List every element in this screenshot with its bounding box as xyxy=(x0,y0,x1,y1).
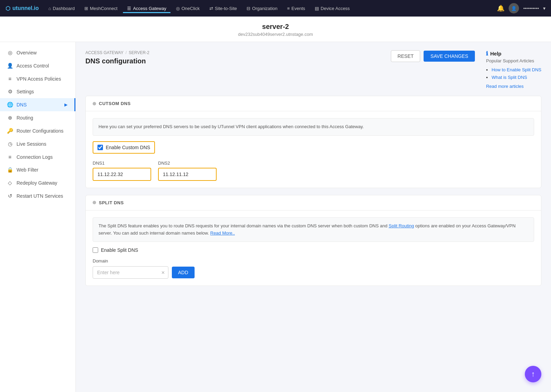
breadcrumb-current: SERVER-2 xyxy=(129,50,149,55)
domain-input-wrapper: ✕ xyxy=(93,266,168,279)
nav-item-device-access[interactable]: ▤ Device Access xyxy=(311,4,354,13)
router-config-icon: 🔑 xyxy=(7,128,13,134)
sidebar-label-access-control: Access Control xyxy=(17,63,49,69)
custom-dns-section: CUTSOM DNS Here you can set your preferr… xyxy=(85,96,541,188)
dns1-input[interactable] xyxy=(93,168,151,181)
nav-item-oneclick[interactable]: ◎ OneClick xyxy=(172,4,204,13)
split-dns-section: SPLIT DNS The Split DNS feature enables … xyxy=(85,195,541,286)
sidebar-item-live-sessions[interactable]: ◷ Live Sessions xyxy=(0,137,75,151)
split-dns-body: The Split DNS feature enables you to rou… xyxy=(86,210,541,286)
save-changes-button[interactable]: SAVE CHANGES xyxy=(424,51,475,62)
device-access-icon: ▤ xyxy=(315,6,319,11)
overview-icon: ◎ xyxy=(7,50,13,56)
avatar[interactable]: 👤 xyxy=(509,3,519,13)
username-label[interactable]: •••••••••• xyxy=(523,6,539,11)
avatar-icon: 👤 xyxy=(511,6,517,11)
sidebar-item-settings[interactable]: ⚙ Settings xyxy=(0,85,75,98)
sidebar-label-restart-utn-services: Restart UTN Services xyxy=(17,193,63,199)
sidebar-item-vpn-access-policies[interactable]: ≡ VPN Access Policies xyxy=(0,72,75,85)
access-gateway-icon: ☰ xyxy=(127,6,131,11)
help-link-split-dns[interactable]: How to Enable Split DNS xyxy=(491,67,541,72)
dns-fields: DNS1 DNS2 xyxy=(93,161,534,181)
help-link-what-is-split-dns[interactable]: What is Split DNS xyxy=(491,75,527,80)
split-dns-info: The Split DNS feature enables you to rou… xyxy=(93,217,534,242)
custom-dns-title: CUTSOM DNS xyxy=(99,101,131,106)
enable-split-dns-label[interactable]: Enable Split DNS xyxy=(101,247,138,253)
nav-dashboard[interactable]: ⌂ Dashboard xyxy=(44,4,79,13)
redeploy-icon: ◇ xyxy=(7,180,13,186)
home-icon: ⌂ xyxy=(48,6,51,11)
sidebar-item-connection-logs[interactable]: ≡ Connection Logs xyxy=(0,151,75,163)
breadcrumb-separator: / xyxy=(125,50,126,55)
custom-dns-body: Here you can set your preferred DNS serv… xyxy=(86,111,541,188)
sidebar-item-dns[interactable]: 🌐 DNS ▶ xyxy=(0,98,75,111)
nav-item-dashboard[interactable]: ⌂ Dashboard xyxy=(44,4,79,13)
help-links-list: How to Enable Split DNS What is Split DN… xyxy=(486,67,541,80)
dns2-input[interactable] xyxy=(158,168,217,181)
sidebar: ◎ Overview 👤 Access Control ≡ VPN Access… xyxy=(0,42,76,392)
enable-custom-dns-label[interactable]: Enable Custom DNS xyxy=(106,145,150,150)
reset-button[interactable]: RESET xyxy=(391,50,420,62)
notification-bell-icon[interactable]: 🔔 xyxy=(497,4,505,12)
scroll-up-icon: ↑ xyxy=(531,370,535,379)
top-row: ACCESS GATEWAY / SERVER-2 DNS configurat… xyxy=(85,50,541,89)
sidebar-label-settings: Settings xyxy=(17,89,34,94)
sidebar-item-access-control[interactable]: 👤 Access Control xyxy=(0,59,75,72)
settings-icon: ⚙ xyxy=(7,89,13,95)
help-link-item-2: What is Split DNS xyxy=(491,74,541,80)
help-read-more-link[interactable]: Read more articles xyxy=(486,84,523,89)
help-icon: ℹ xyxy=(486,50,488,57)
chevron-right-icon: ▶ xyxy=(64,102,67,107)
help-subtitle: Popular Support Articles xyxy=(486,58,541,63)
sidebar-label-connection-logs: Connection Logs xyxy=(17,154,53,160)
sidebar-label-redeploy-gateway: Redeploy Gateway xyxy=(17,180,57,186)
sidebar-item-routing[interactable]: ⊕ Routing xyxy=(0,111,75,124)
server-domain: dev232sub4049server2.utnstage.com xyxy=(0,32,551,37)
main-layout: ◎ Overview 👤 Access Control ≡ VPN Access… xyxy=(0,42,551,392)
enable-custom-dns-row: Enable Custom DNS xyxy=(93,141,155,154)
chevron-down-icon[interactable]: ▾ xyxy=(543,6,545,11)
active-nav-indicator xyxy=(143,12,150,13)
top-right-section: RESET SAVE CHANGES ℹ Help Popular Suppor… xyxy=(391,50,541,89)
sidebar-item-restart-utn-services[interactable]: ↺ Restart UTN Services xyxy=(0,189,75,203)
meshconnect-icon: ⊞ xyxy=(84,6,88,11)
dns-icon: 🌐 xyxy=(7,102,13,108)
add-domain-button[interactable]: ADD xyxy=(172,267,195,278)
nav-item-site-to-site[interactable]: ⇄ Site-to-Site xyxy=(205,4,241,13)
nav-item-access-gateway[interactable]: ☰ Access Gateway xyxy=(123,4,170,13)
split-routing-link[interactable]: Split Routing xyxy=(389,223,414,228)
breadcrumb: ACCESS GATEWAY / SERVER-2 xyxy=(85,50,149,55)
enable-split-dns-checkbox[interactable] xyxy=(93,247,98,253)
sidebar-item-web-filter[interactable]: 🔒 Web Filter xyxy=(0,163,75,176)
sidebar-item-overview[interactable]: ◎ Overview xyxy=(0,46,75,59)
scroll-to-top-fab[interactable]: ↑ xyxy=(525,366,541,382)
dns1-group: DNS1 xyxy=(93,161,151,181)
nav-item-organization[interactable]: ⊟ Organization xyxy=(242,4,282,13)
title-section: ACCESS GATEWAY / SERVER-2 DNS configurat… xyxy=(85,50,149,72)
connection-logs-icon: ≡ xyxy=(7,154,13,160)
breadcrumb-parent[interactable]: ACCESS GATEWAY xyxy=(85,50,123,55)
dns2-label: DNS2 xyxy=(158,161,217,166)
sidebar-label-vpn-access-policies: VPN Access Policies xyxy=(17,76,61,82)
nav-access-gateway-wrapper: ☰ Access Gateway xyxy=(123,4,170,13)
sidebar-label-web-filter: Web Filter xyxy=(17,167,39,173)
sidebar-label-routing: Routing xyxy=(17,115,33,121)
sidebar-item-redeploy-gateway[interactable]: ◇ Redeploy Gateway xyxy=(0,176,75,189)
split-dns-read-more-link[interactable]: Read More.. xyxy=(210,230,235,236)
server-header: server-2 dev232sub4049server2.utnstage.c… xyxy=(0,17,551,42)
enable-custom-dns-checkbox[interactable] xyxy=(97,145,103,150)
domain-input-clear-icon: ✕ xyxy=(161,270,165,275)
nav-right-section: 🔔 👤 •••••••••• ▾ xyxy=(497,3,545,13)
app-logo[interactable]: ⬡ utunnel.io xyxy=(6,5,39,12)
routing-icon: ⊕ xyxy=(7,115,13,121)
sidebar-label-live-sessions: Live Sessions xyxy=(17,141,46,147)
live-sessions-icon: ◷ xyxy=(7,141,13,147)
enable-split-dns-row: Enable Split DNS xyxy=(93,247,534,253)
nav-item-events[interactable]: ≡ Events xyxy=(283,4,309,13)
sidebar-item-router-configurations[interactable]: 🔑 Router Configurations xyxy=(0,124,75,137)
domain-input[interactable] xyxy=(93,266,168,279)
main-content: ACCESS GATEWAY / SERVER-2 DNS configurat… xyxy=(76,42,551,392)
nav-item-meshconnect[interactable]: ⊞ MeshConnect xyxy=(80,4,122,13)
custom-dns-header: CUTSOM DNS xyxy=(86,96,541,111)
restart-icon: ↺ xyxy=(7,193,13,199)
